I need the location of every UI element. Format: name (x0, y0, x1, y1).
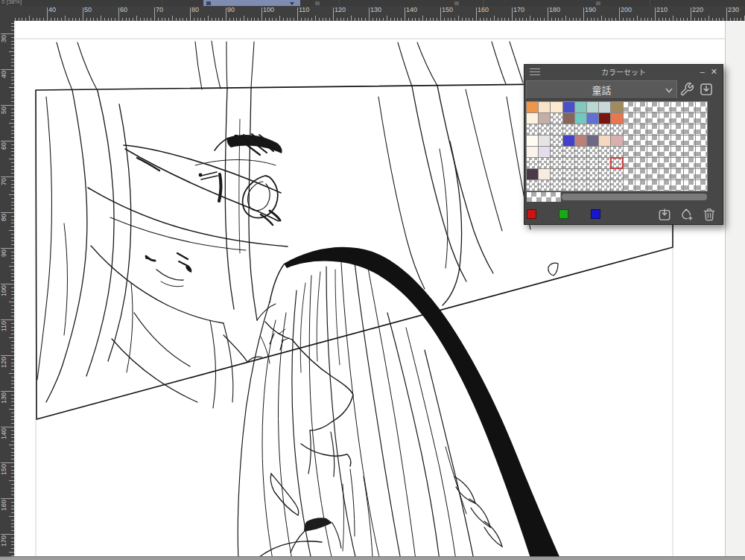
color-swatch[interactable] (684, 147, 695, 157)
color-swatch[interactable] (635, 102, 647, 112)
color-swatch[interactable] (587, 136, 598, 146)
color-swatch[interactable] (611, 147, 622, 157)
color-swatch[interactable] (527, 180, 538, 191)
color-swatch[interactable] (624, 169, 635, 179)
color-swatch[interactable] (539, 124, 550, 135)
color-swatch[interactable] (587, 169, 598, 179)
color-swatch[interactable] (539, 113, 550, 124)
color-swatch[interactable] (527, 113, 538, 124)
color-swatch[interactable] (684, 124, 695, 135)
color-swatch[interactable] (671, 102, 682, 112)
color-swatch[interactable] (527, 158, 538, 168)
color-swatch[interactable] (671, 180, 682, 191)
color-swatch[interactable] (599, 136, 610, 146)
color-swatch[interactable] (671, 113, 682, 124)
color-swatch[interactable] (599, 102, 610, 112)
color-swatch[interactable] (624, 124, 635, 135)
red-color-chip[interactable] (527, 209, 536, 219)
color-swatch[interactable] (563, 147, 574, 157)
color-swatch[interactable] (575, 169, 586, 179)
color-swatch[interactable] (575, 136, 586, 146)
color-swatch[interactable] (551, 113, 562, 124)
color-swatch[interactable] (587, 113, 598, 124)
color-swatch[interactable] (587, 147, 598, 157)
color-swatch[interactable] (551, 102, 562, 112)
color-swatch[interactable] (647, 147, 659, 157)
color-swatch[interactable] (635, 124, 647, 135)
color-swatch[interactable] (684, 136, 695, 146)
blue-color-chip[interactable] (591, 209, 600, 219)
color-swatch[interactable] (696, 169, 707, 179)
color-swatch[interactable] (696, 102, 707, 112)
delete-color-button[interactable] (700, 206, 718, 223)
color-swatch[interactable] (647, 113, 659, 124)
color-swatch[interactable] (624, 147, 635, 157)
add-color-button[interactable] (678, 206, 696, 223)
color-swatch[interactable] (624, 102, 635, 112)
color-swatch[interactable] (575, 158, 586, 168)
color-swatch[interactable] (647, 158, 659, 168)
color-swatch[interactable] (551, 124, 562, 135)
color-swatch[interactable] (611, 158, 622, 168)
color-swatch[interactable] (624, 113, 635, 124)
color-swatch[interactable] (587, 180, 598, 191)
color-swatch[interactable] (575, 113, 586, 124)
color-swatch[interactable] (624, 180, 635, 191)
color-swatch[interactable] (684, 169, 695, 179)
color-swatch[interactable] (563, 158, 574, 168)
toolbar-button[interactable] (454, 1, 459, 5)
color-swatch[interactable] (696, 147, 707, 157)
color-swatch[interactable] (696, 124, 707, 135)
color-swatch[interactable] (647, 180, 659, 191)
color-swatch[interactable] (671, 169, 682, 179)
color-swatch[interactable] (647, 102, 659, 112)
color-swatch[interactable] (611, 180, 622, 191)
color-swatch[interactable] (587, 158, 598, 168)
color-swatch[interactable] (563, 169, 574, 179)
color-swatch[interactable] (539, 147, 550, 157)
color-swatch[interactable] (539, 102, 550, 112)
color-swatch[interactable] (527, 147, 538, 157)
color-swatch[interactable] (635, 136, 647, 146)
color-swatch[interactable] (563, 180, 574, 191)
edit-color-set-button[interactable] (677, 80, 697, 99)
color-swatch[interactable] (671, 158, 682, 168)
color-set-dropdown[interactable]: 童話 (526, 80, 677, 99)
import-color-set-button[interactable] (697, 80, 716, 99)
color-swatch[interactable] (611, 113, 622, 124)
color-swatch[interactable] (599, 113, 610, 124)
color-swatch[interactable] (551, 147, 562, 157)
color-swatch[interactable] (659, 147, 670, 157)
color-swatch[interactable] (635, 113, 647, 124)
color-swatch[interactable] (635, 147, 647, 157)
color-swatch[interactable] (599, 124, 610, 135)
color-swatch[interactable] (611, 136, 622, 146)
color-swatch[interactable] (647, 136, 659, 146)
color-swatch[interactable] (684, 102, 695, 112)
color-swatch[interactable] (587, 102, 598, 112)
color-swatch[interactable] (551, 169, 562, 179)
color-swatch[interactable] (539, 180, 550, 191)
color-swatch[interactable] (527, 136, 538, 146)
color-swatch[interactable] (527, 169, 538, 179)
horizontal-scrollbar-thumb[interactable] (562, 194, 707, 200)
minimize-button[interactable]: – (700, 68, 705, 75)
color-swatch[interactable] (527, 102, 538, 112)
color-swatch[interactable] (671, 124, 682, 135)
color-swatch[interactable] (599, 158, 610, 168)
color-swatch[interactable] (575, 124, 586, 135)
replace-color-button[interactable] (656, 206, 673, 223)
color-swatch[interactable] (696, 113, 707, 124)
color-swatch[interactable] (587, 124, 598, 135)
toolbar-button[interactable] (596, 1, 600, 5)
color-swatch[interactable] (659, 180, 670, 191)
color-swatch[interactable] (563, 102, 574, 112)
color-swatch[interactable] (647, 169, 659, 179)
color-swatch[interactable] (647, 124, 659, 135)
color-swatch[interactable] (659, 102, 670, 112)
color-swatch[interactable] (684, 113, 695, 124)
color-swatch[interactable] (563, 124, 574, 135)
color-swatch[interactable] (575, 180, 586, 191)
color-swatch[interactable] (659, 136, 670, 146)
color-swatch[interactable] (551, 158, 562, 168)
